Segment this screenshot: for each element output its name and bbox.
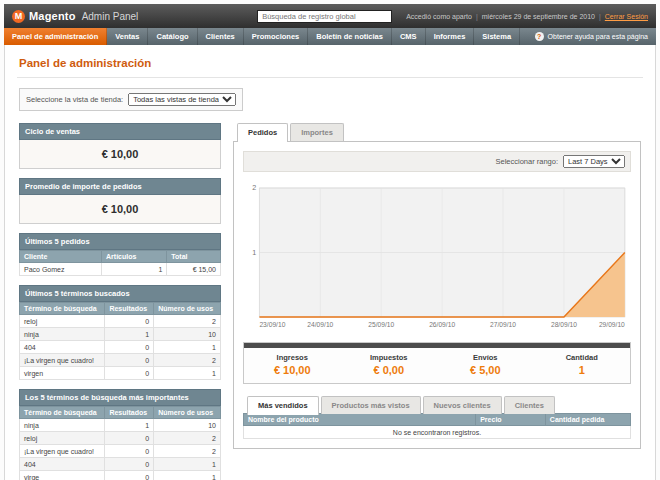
nav-item-clientes[interactable]: Clientes [198,28,244,45]
table-row[interactable]: virge 0 1 [20,471,221,480]
user-info: Accedió como aparto | miércoles 29 de se… [406,13,648,20]
cell-articulos: 1 [102,263,167,276]
average-orders-box: Promedio de importe de pedidos € 10,00 [19,178,221,224]
svg-text:26/09/10: 26/09/10 [429,321,455,328]
nav-item-catalogo[interactable]: Catálogo [148,28,197,45]
stat-impuestos: Impuestos € 0,00 [341,353,438,376]
lifetime-sales-box: Ciclo de ventas € 10,00 [19,123,221,169]
totals-bar: Ingresos € 10,00 Impuestos € 0,00 Envíos… [243,342,631,384]
orders-chart-svg: 1223/09/1024/09/1025/09/1026/09/1027/09/… [243,180,631,330]
cell-cliente: Paco Gomez [20,263,102,276]
range-label: Seleccionar rango: [495,157,558,166]
chart-panel: Seleccionar rango: Last 7 Days 1223/09/1… [233,141,641,449]
top-search-terms-box: Los 5 términos de búsqueda más important… [19,389,221,480]
table-row[interactable]: ninja 1 10 [20,328,221,341]
top-search-terms-table: Término de búsqueda Resultados Número de… [19,406,221,480]
magento-logo[interactable]: M Magento Admin Panel [12,10,138,23]
main-nav: Panel de administración Ventas Catálogo … [4,28,656,45]
stat-cantidad: Cantidad 1 [534,353,631,376]
tab-mas-vendidos[interactable]: Más vendidos [247,396,319,415]
nav-item-panel-de-administracion[interactable]: Panel de administración [4,28,107,45]
content-area: Panel de administración Seleccione la vi… [4,45,656,480]
table-row[interactable]: 404 0 1 [20,341,221,354]
logo-text: Magento [29,10,76,22]
global-search-input[interactable] [257,10,392,23]
last-orders-title: Últimos 5 pedidos [19,233,221,250]
tab-importes[interactable]: Importes [290,123,344,141]
tab-nuevos-clientes[interactable]: Nuevos clientes [423,396,502,414]
best-sellers-table: Nombre del producto Precio Cantidad pedi… [243,413,631,439]
column-header: Nombre del producto [244,414,476,426]
table-row[interactable]: ninja 1 10 [20,419,221,432]
table-row[interactable]: 404 0 1 [20,458,221,471]
nav-item-promociones[interactable]: Promociones [244,28,309,45]
top-search-terms-title: Los 5 términos de búsqueda más important… [19,389,221,406]
nav-item-cms[interactable]: CMS [392,28,426,45]
column-header: Precio [476,414,546,426]
column-header: Total [167,251,221,263]
nav-item-boletin[interactable]: Boletín de noticias [308,28,392,45]
chart-tabs: Pedidos Importes [233,123,641,141]
table-row[interactable]: ¡La virgen que cuadro! 0 2 [20,445,221,458]
separator: | [476,13,478,20]
table-row[interactable]: reloj 0 2 [20,432,221,445]
average-orders-title: Promedio de importe de pedidos [19,178,221,195]
last-orders-box: Últimos 5 pedidos Cliente Artículos Tota… [19,233,221,276]
help-link[interactable]: ? Obtener ayuda para esta página [527,28,656,45]
dashboard-right-column: Pedidos Importes Seleccionar rango: Last… [233,123,641,449]
stat-ingresos: Ingresos € 10,00 [244,353,341,376]
column-header: Número de usos [154,303,221,315]
tab-pedidos[interactable]: Pedidos [237,123,288,142]
column-header: Número de usos [154,407,221,419]
column-header: Término de búsqueda [20,303,105,315]
separator: | [599,13,601,20]
range-select[interactable]: Last 7 Days [563,155,625,168]
column-header: Artículos [102,251,167,263]
lifetime-sales-title: Ciclo de ventas [19,123,221,140]
svg-text:23/09/10: 23/09/10 [259,321,285,328]
last-search-terms-table: Término de búsqueda Resultados Número de… [19,302,221,380]
help-label: Obtener ayuda para esta página [548,33,648,40]
nav-item-ventas[interactable]: Ventas [107,28,148,45]
nav-item-informes[interactable]: Informes [426,28,475,45]
tab-productos-mas-vistos[interactable]: Productos más vistos [321,396,421,414]
column-header: Resultados [105,303,154,315]
column-header: Resultados [105,407,154,419]
svg-text:28/09/10: 28/09/10 [551,321,577,328]
svg-text:1: 1 [252,249,256,257]
dashboard-left-column: Ciclo de ventas € 10,00 Promedio de impo… [19,123,221,480]
current-date-text: miércoles 29 de septiembre de 2010 [482,13,595,20]
table-row[interactable]: virgen 0 1 [20,367,221,380]
last-search-terms-title: Últimos 5 términos buscados [19,285,221,302]
svg-text:27/09/10: 27/09/10 [490,321,516,328]
table-row[interactable]: ¡La virgen que cuadro! 0 2 [20,354,221,367]
table-row[interactable]: reloj 0 2 [20,315,221,328]
stat-envios: Envíos € 5,00 [437,353,534,376]
column-header: Cantidad pedida [545,414,630,426]
column-header: Término de búsqueda [20,407,105,419]
lifetime-sales-value: € 10,00 [19,140,221,169]
browser-viewport: M Magento Admin Panel Accedió como apart… [0,0,660,480]
magento-logo-icon: M [12,10,25,23]
page-title: Panel de administración [17,53,643,78]
last-orders-table: Cliente Artículos Total Paco Gomez 1 € 1… [19,250,221,276]
tab-clientes[interactable]: Clientes [504,396,555,414]
orders-chart: 1223/09/1024/09/1025/09/1026/09/1027/09/… [243,180,631,334]
range-row: Seleccionar rango: Last 7 Days [243,151,631,172]
cell-total: € 15,00 [167,263,221,276]
store-view-bar: Seleccione la vista de tienda: Todas las… [19,88,243,111]
empty-records-message: No se encontraron registros. [244,426,631,439]
help-icon: ? [535,32,544,41]
svg-text:24/09/10: 24/09/10 [307,321,333,328]
last-search-terms-box: Últimos 5 términos buscados Término de b… [19,285,221,380]
svg-text:2: 2 [252,184,256,192]
logo-subtext: Admin Panel [82,11,139,22]
store-view-select[interactable]: Todas las vistas de tienda [128,93,236,106]
svg-text:29/09/10: 29/09/10 [599,321,625,328]
products-tabs: Más vendidos Productos más vistos Nuevos… [243,396,631,414]
store-view-label: Seleccione la vista de tienda: [26,95,123,104]
nav-item-sistema[interactable]: Sistema [474,28,520,45]
logout-link[interactable]: Cerrar Sesión [605,13,648,20]
svg-text:25/09/10: 25/09/10 [368,321,394,328]
table-row[interactable]: Paco Gomez 1 € 15,00 [20,263,221,276]
